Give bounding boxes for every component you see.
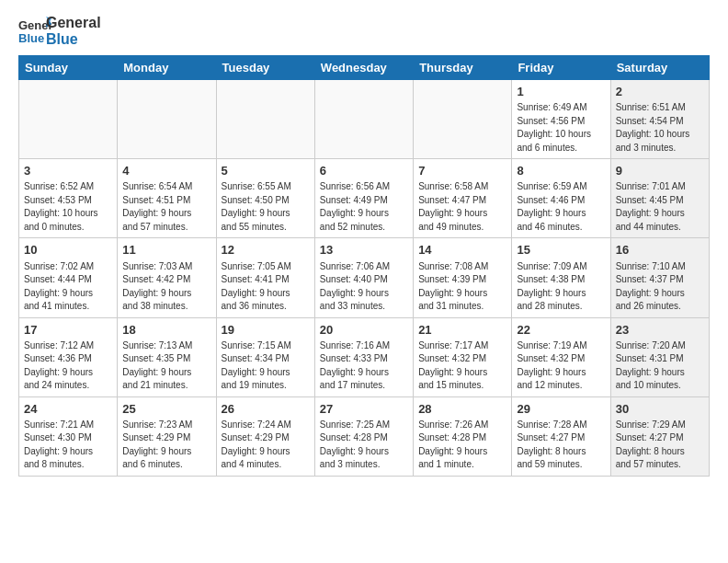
day-number: 27 (320, 401, 408, 418)
day-header-friday: Friday (512, 56, 610, 80)
day-number: 22 (517, 322, 605, 339)
calendar-cell: 11Sunrise: 7:03 AMSunset: 4:42 PMDayligh… (118, 238, 216, 317)
day-number: 17 (24, 322, 112, 339)
day-header-wednesday: Wednesday (314, 56, 413, 80)
day-number: 9 (616, 163, 704, 179)
day-number: 8 (517, 163, 605, 179)
calendar-cell: 6Sunrise: 6:56 AMSunset: 4:49 PMDaylight… (314, 159, 413, 238)
day-header-thursday: Thursday (414, 56, 512, 80)
day-number: 1 (517, 84, 605, 100)
day-info: Sunrise: 7:25 AMSunset: 4:28 PMDaylight:… (320, 419, 408, 472)
day-info: Sunrise: 7:15 AMSunset: 4:34 PMDaylight:… (222, 339, 310, 393)
calendar-cell: 16Sunrise: 7:10 AMSunset: 4:37 PMDayligh… (610, 238, 709, 317)
day-info: Sunrise: 7:09 AMSunset: 4:38 PMDaylight:… (517, 260, 605, 314)
day-info: Sunrise: 7:17 AMSunset: 4:32 PMDaylight:… (418, 339, 506, 393)
calendar-header: SundayMondayTuesdayWednesdayThursdayFrid… (19, 56, 710, 80)
day-info: Sunrise: 6:58 AMSunset: 4:47 PMDaylight:… (418, 180, 506, 234)
day-info: Sunrise: 7:28 AMSunset: 4:27 PMDaylight:… (517, 419, 605, 472)
day-info: Sunrise: 7:26 AMSunset: 4:28 PMDaylight:… (418, 419, 506, 472)
day-info: Sunrise: 6:55 AMSunset: 4:50 PMDaylight:… (222, 180, 310, 234)
calendar-cell: 30Sunrise: 7:29 AMSunset: 4:27 PMDayligh… (610, 396, 709, 476)
day-header-sunday: Sunday (19, 56, 118, 80)
calendar-cell: 21Sunrise: 7:17 AMSunset: 4:32 PMDayligh… (414, 317, 512, 396)
calendar-cell: 9Sunrise: 7:01 AMSunset: 4:45 PMDaylight… (610, 159, 709, 238)
day-info: Sunrise: 7:19 AMSunset: 4:32 PMDaylight:… (517, 339, 605, 393)
day-number: 20 (320, 322, 408, 339)
calendar-cell: 8Sunrise: 6:59 AMSunset: 4:46 PMDaylight… (512, 159, 610, 238)
calendar-cell: 25Sunrise: 7:23 AMSunset: 4:29 PMDayligh… (118, 396, 216, 476)
day-info: Sunrise: 6:54 AMSunset: 4:51 PMDaylight:… (122, 180, 210, 234)
day-number: 16 (616, 242, 704, 259)
day-number: 7 (418, 163, 506, 179)
calendar-cell: 20Sunrise: 7:16 AMSunset: 4:33 PMDayligh… (314, 317, 413, 396)
calendar-cell: 12Sunrise: 7:05 AMSunset: 4:41 PMDayligh… (216, 238, 314, 317)
calendar-cell: 28Sunrise: 7:26 AMSunset: 4:28 PMDayligh… (414, 396, 512, 476)
day-header-saturday: Saturday (610, 56, 709, 80)
calendar-cell: 3Sunrise: 6:52 AMSunset: 4:53 PMDaylight… (19, 159, 118, 238)
day-info: Sunrise: 6:51 AMSunset: 4:54 PMDaylight:… (616, 101, 704, 155)
day-number: 12 (222, 242, 310, 259)
day-number: 19 (222, 322, 310, 339)
day-number: 2 (616, 84, 704, 100)
calendar-cell (118, 80, 216, 159)
calendar-week-0: 1Sunrise: 6:49 AMSunset: 4:56 PMDaylight… (19, 80, 710, 159)
day-number: 30 (616, 401, 704, 418)
calendar-cell: 23Sunrise: 7:20 AMSunset: 4:31 PMDayligh… (610, 317, 709, 396)
calendar-week-3: 17Sunrise: 7:12 AMSunset: 4:36 PMDayligh… (19, 317, 710, 396)
logo: General Blue General Blue (18, 15, 101, 48)
calendar-cell: 27Sunrise: 7:25 AMSunset: 4:28 PMDayligh… (314, 396, 413, 476)
calendar-week-4: 24Sunrise: 7:21 AMSunset: 4:30 PMDayligh… (19, 396, 710, 476)
day-header-tuesday: Tuesday (216, 56, 314, 80)
calendar-cell: 13Sunrise: 7:06 AMSunset: 4:40 PMDayligh… (314, 238, 413, 317)
day-number: 11 (122, 242, 210, 259)
day-number: 18 (122, 322, 210, 339)
day-number: 29 (517, 401, 605, 418)
day-number: 5 (222, 163, 310, 179)
day-header-monday: Monday (118, 56, 216, 80)
calendar-cell: 15Sunrise: 7:09 AMSunset: 4:38 PMDayligh… (512, 238, 610, 317)
day-info: Sunrise: 7:13 AMSunset: 4:35 PMDaylight:… (122, 339, 210, 393)
calendar-week-1: 3Sunrise: 6:52 AMSunset: 4:53 PMDaylight… (19, 159, 710, 238)
logo-general: General (46, 15, 101, 31)
day-info: Sunrise: 7:03 AMSunset: 4:42 PMDaylight:… (122, 260, 210, 314)
day-info: Sunrise: 7:23 AMSunset: 4:29 PMDaylight:… (122, 419, 210, 472)
day-info: Sunrise: 7:02 AMSunset: 4:44 PMDaylight:… (24, 260, 112, 314)
calendar-cell: 14Sunrise: 7:08 AMSunset: 4:39 PMDayligh… (414, 238, 512, 317)
calendar-cell: 5Sunrise: 6:55 AMSunset: 4:50 PMDaylight… (216, 159, 314, 238)
day-info: Sunrise: 7:01 AMSunset: 4:45 PMDaylight:… (616, 180, 704, 234)
day-number: 10 (24, 242, 112, 259)
day-number: 14 (418, 242, 506, 259)
header: General Blue General Blue (18, 15, 710, 48)
day-number: 26 (222, 401, 310, 418)
day-info: Sunrise: 7:16 AMSunset: 4:33 PMDaylight:… (320, 339, 408, 393)
day-info: Sunrise: 7:20 AMSunset: 4:31 PMDaylight:… (616, 339, 704, 393)
calendar-cell: 4Sunrise: 6:54 AMSunset: 4:51 PMDaylight… (118, 159, 216, 238)
calendar-cell: 26Sunrise: 7:24 AMSunset: 4:29 PMDayligh… (216, 396, 314, 476)
logo-blue: Blue (46, 31, 101, 48)
calendar-cell (19, 80, 118, 159)
day-info: Sunrise: 6:59 AMSunset: 4:46 PMDaylight:… (517, 180, 605, 234)
calendar-cell: 2Sunrise: 6:51 AMSunset: 4:54 PMDaylight… (610, 80, 709, 159)
day-info: Sunrise: 7:08 AMSunset: 4:39 PMDaylight:… (418, 260, 506, 314)
day-number: 6 (320, 163, 408, 179)
calendar-body: 1Sunrise: 6:49 AMSunset: 4:56 PMDaylight… (19, 80, 710, 477)
day-info: Sunrise: 7:12 AMSunset: 4:36 PMDaylight:… (24, 339, 112, 393)
day-info: Sunrise: 6:56 AMSunset: 4:49 PMDaylight:… (320, 180, 408, 234)
day-number: 21 (418, 322, 506, 339)
calendar-cell: 18Sunrise: 7:13 AMSunset: 4:35 PMDayligh… (118, 317, 216, 396)
calendar-cell: 24Sunrise: 7:21 AMSunset: 4:30 PMDayligh… (19, 396, 118, 476)
day-info: Sunrise: 7:05 AMSunset: 4:41 PMDaylight:… (222, 260, 310, 314)
day-number: 28 (418, 401, 506, 418)
calendar-cell (314, 80, 413, 159)
calendar-cell (216, 80, 314, 159)
day-number: 23 (616, 322, 704, 339)
day-number: 13 (320, 242, 408, 259)
day-number: 25 (122, 401, 210, 418)
calendar-week-2: 10Sunrise: 7:02 AMSunset: 4:44 PMDayligh… (19, 238, 710, 317)
svg-text:Blue: Blue (18, 31, 44, 45)
calendar-cell: 10Sunrise: 7:02 AMSunset: 4:44 PMDayligh… (19, 238, 118, 317)
day-info: Sunrise: 7:10 AMSunset: 4:37 PMDaylight:… (616, 260, 704, 314)
calendar-cell: 19Sunrise: 7:15 AMSunset: 4:34 PMDayligh… (216, 317, 314, 396)
day-info: Sunrise: 7:21 AMSunset: 4:30 PMDaylight:… (24, 419, 112, 472)
header-row: SundayMondayTuesdayWednesdayThursdayFrid… (19, 56, 710, 80)
